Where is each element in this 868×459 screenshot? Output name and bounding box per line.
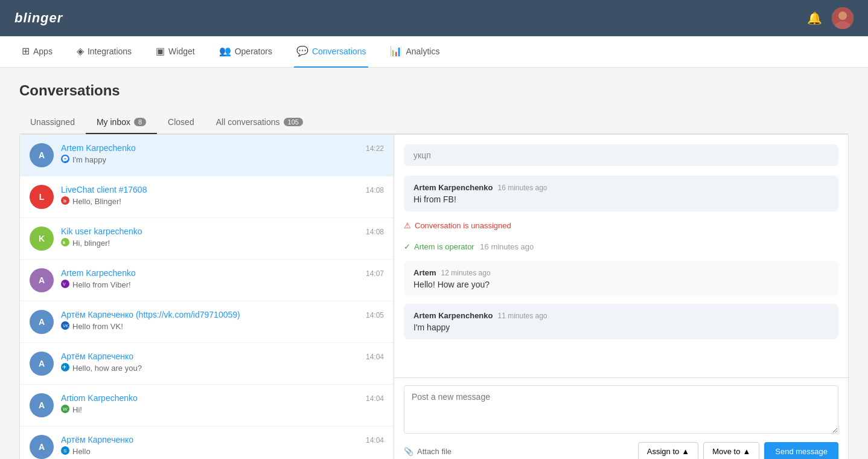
assign-chevron-icon: ▲ [681,447,689,456]
apps-icon: ⊞ [22,45,30,57]
nav-integrations[interactable]: ◈ Integrations [74,36,134,68]
conv-avatar-6: А [30,351,54,376]
widget-icon: ▣ [156,45,165,57]
system-unassigned-text: Conversation is unassigned [415,221,511,230]
send-message-button[interactable]: Send message [764,442,838,459]
tab-closed[interactable]: Closed [157,111,205,134]
attach-label: Attach file [417,447,452,456]
nav-operators[interactable]: 👥 Operators [217,36,275,68]
page-title: Conversations [19,82,849,99]
tab-all[interactable]: All conversations 105 [205,111,314,134]
conversation-item-3[interactable]: K Kik user karpechenko 14:08 k Hi, bling… [20,218,394,260]
bell-icon[interactable]: 🔔 [807,11,822,25]
conv-preview-6: ✈ Hello, how are you? [61,363,384,373]
page-content: Conversations Unassigned My inbox 8 Clos… [0,68,868,459]
conv-avatar-7: A [30,393,54,417]
integrations-icon: ◈ [77,45,84,57]
conv-name-3: Kik user karpechenko [61,226,142,236]
conv-avatar-4: A [30,268,54,292]
svg-text:k: k [63,240,66,245]
nav-analytics[interactable]: 📊 Analytics [388,36,442,68]
attach-file-button[interactable]: 📎 Attach file [404,447,452,456]
move-to-button[interactable]: Move to ▲ [703,442,759,459]
topbar: blinger 🔔 [0,0,868,36]
channel-icon-vk: VK [61,321,69,332]
msg-4-sender: Artem [413,268,436,277]
conversations-layout: A Artem Karpechenko 14:22 I'm happy L Li… [19,134,849,459]
user-avatar[interactable] [832,7,854,29]
svg-text:b: b [63,198,66,204]
logo: blinger [14,10,63,26]
svg-text:W: W [63,406,68,412]
paperclip-icon: 📎 [404,447,413,456]
system-operator: ✓ Artem is operator 16 minutes ago [404,240,838,254]
conv-time-8: 14:04 [366,436,384,445]
svg-text:S: S [63,448,66,454]
tab-unassigned[interactable]: Unassigned [19,111,86,134]
nav-conversations[interactable]: 💬 Conversations [294,36,369,68]
channel-icon-telegram: ✈ [61,363,69,373]
conv-body-4: Artem Karpechenko 14:07 V Hello from Vib… [61,268,384,290]
warning-icon: ⚠ [404,221,411,230]
conv-body-7: Artiom Karpechenko 14:04 W Hi! [61,393,384,415]
nav-widget[interactable]: ▣ Widget [153,36,197,68]
check-icon: ✓ [404,242,410,251]
conv-time-2: 14:08 [366,186,384,194]
message-4: Artem 12 minutes ago Hello! How are you? [404,261,838,297]
nav-conversations-label: Conversations [312,47,366,56]
conv-name-2: LiveChat client #17608 [61,185,147,194]
conv-preview-7: W Hi! [61,405,384,415]
channel-icon-messenger [61,155,69,165]
analytics-icon: 📊 [390,45,402,57]
conversation-item-6[interactable]: А Артём Карпеченко 14:04 ✈ Hello, how ar… [20,343,394,385]
svg-text:V: V [63,282,66,286]
tab-myinbox-label: My inbox [97,117,130,127]
msg-1-sender: Artem Karpenchenko [413,183,493,192]
conv-time-7: 14:04 [366,394,384,403]
chat-actions: 📎 Attach file Assign to ▲ Move to ▲ [404,442,838,459]
conv-avatar-1: A [30,143,54,167]
conv-preview-8: S Hello [61,446,384,457]
conversation-item-5[interactable]: А Артём Карпеченко (https://vk.com/id797… [20,301,394,343]
conversation-item-2[interactable]: L LiveChat client #17608 14:08 b Hello, … [20,176,394,218]
conversation-item-7[interactable]: A Artiom Karpechenko 14:04 W Hi! [20,385,394,426]
nav-operators-label: Operators [235,47,272,56]
conv-time-1: 14:22 [366,144,384,153]
conv-name-7: Artiom Karpechenko [61,393,138,403]
nav-integrations-label: Integrations [88,47,132,56]
system-unassigned: ⚠ Conversation is unassigned [404,219,838,233]
conv-name-1: Artem Karpechenko [61,143,136,153]
truncated-message: укцп [404,144,838,166]
conversation-item-8[interactable]: А Артём Карпеченко 14:04 S Hello [20,426,394,459]
conversation-list: A Artem Karpechenko 14:22 I'm happy L Li… [20,135,394,459]
msg-5-time: 11 minutes ago [497,312,547,320]
tab-myinbox-badge: 8 [134,118,146,126]
message-input[interactable] [404,385,838,434]
assign-to-button[interactable]: Assign to ▲ [638,442,698,459]
conv-time-5: 14:05 [366,311,384,319]
tab-all-badge: 105 [284,118,303,126]
assign-label: Assign to [647,447,679,456]
conv-time-6: 14:04 [366,353,384,361]
conv-body-5: Артём Карпеченко (https://vk.com/id79710… [61,310,384,332]
nav-apps-label: Apps [33,47,53,56]
nav-apps[interactable]: ⊞ Apps [19,36,55,68]
channel-icon-skype: S [61,446,69,457]
conv-preview-3: k Hi, blinger! [61,238,384,248]
conversation-item-4[interactable]: A Artem Karpechenko 14:07 V Hello from V… [20,260,394,301]
msg-5-text: I'm happy [413,323,829,332]
tab-all-label: All conversations [216,117,280,127]
chat-panel: укцп Artem Karpenchenko 16 minutes ago H… [394,135,848,459]
conv-time-3: 14:08 [366,228,384,236]
action-buttons: Assign to ▲ Move to ▲ Send message [638,442,838,459]
conversation-item-1[interactable]: A Artem Karpechenko 14:22 I'm happy [20,135,394,176]
chat-messages: укцп Artem Karpenchenko 16 minutes ago H… [394,135,848,377]
tab-myinbox[interactable]: My inbox 8 [86,111,157,134]
conv-preview-1: I'm happy [61,155,384,165]
svg-text:VK: VK [63,324,69,328]
conv-body-1: Artem Karpechenko 14:22 I'm happy [61,143,384,165]
message-1: Artem Karpenchenko 16 minutes ago Hi fro… [404,176,838,211]
channel-icon-livechat: b [61,196,69,207]
conv-body-3: Kik user karpechenko 14:08 k Hi, blinger… [61,226,384,248]
msg-4-text: Hello! How are you? [413,280,829,289]
